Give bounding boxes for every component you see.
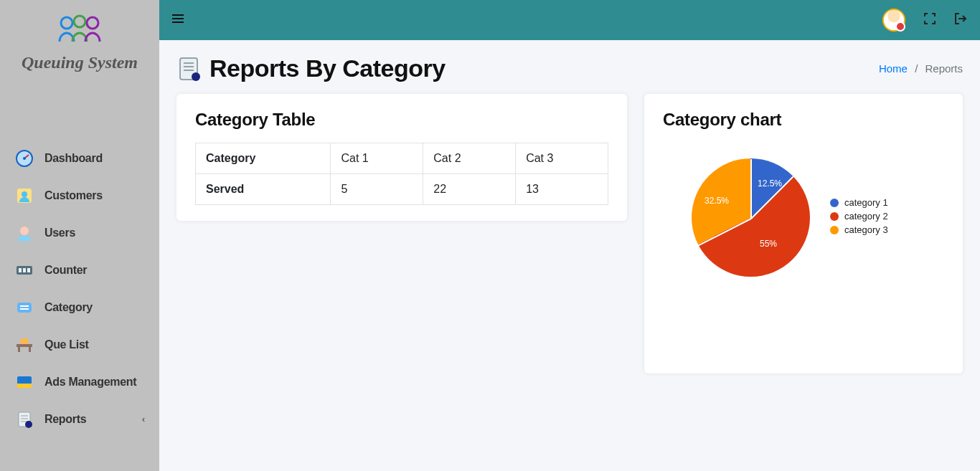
sidebar-item-label: Category bbox=[44, 301, 93, 314]
sidebar-nav: Dashboard Customers Users Counter Catego… bbox=[0, 140, 159, 438]
svg-point-6 bbox=[22, 191, 27, 197]
legend-swatch-icon bbox=[830, 226, 839, 234]
content-header: Reports By Category Home / Reports bbox=[176, 54, 963, 82]
sidebar-item-label: Ads Management bbox=[44, 376, 136, 389]
sidebar-item-label: Users bbox=[44, 227, 75, 239]
category-table: Category Cat 1 Cat 2 Cat 3 Served 5 22 1… bbox=[195, 143, 608, 205]
svg-point-7 bbox=[20, 227, 29, 235]
page-title-icon bbox=[176, 56, 202, 82]
table-cell: 5 bbox=[331, 174, 423, 205]
sidebar-item-label: Que List bbox=[44, 338, 89, 351]
counter-icon bbox=[14, 260, 34, 280]
sidebar-item-users[interactable]: Users bbox=[0, 214, 159, 252]
sidebar-item-counter[interactable]: Counter bbox=[0, 252, 159, 289]
svg-rect-16 bbox=[17, 344, 32, 347]
pie-slice-label: 32.5% bbox=[705, 196, 729, 206]
card-title: Category chart bbox=[663, 110, 944, 130]
table-cell: 22 bbox=[423, 174, 516, 205]
sidebar-item-label: Dashboard bbox=[44, 152, 103, 165]
user-avatar[interactable] bbox=[882, 9, 905, 32]
sidebar-item-category[interactable]: Category bbox=[0, 289, 159, 326]
reports-icon bbox=[14, 409, 34, 429]
users-icon bbox=[14, 223, 34, 243]
svg-rect-20 bbox=[17, 384, 32, 388]
svg-rect-10 bbox=[23, 268, 26, 272]
sidebar-item-label: Customers bbox=[44, 189, 103, 202]
sidebar-item-quelist[interactable]: Que List bbox=[0, 326, 159, 363]
legend-swatch-icon bbox=[830, 212, 839, 221]
card-title: Category Table bbox=[195, 110, 608, 130]
legend-label: category 1 bbox=[844, 197, 888, 208]
table-cell: 13 bbox=[516, 174, 608, 205]
category-chart-card: Category chart 12.5% 55% 32.5% bbox=[644, 94, 963, 374]
sidebar-item-label: Counter bbox=[44, 264, 87, 277]
svg-point-2 bbox=[87, 17, 98, 29]
breadcrumb-separator: / bbox=[915, 62, 918, 75]
sidebar-item-dashboard[interactable]: Dashboard bbox=[0, 140, 159, 177]
svg-rect-15 bbox=[21, 338, 28, 344]
svg-rect-18 bbox=[29, 347, 31, 352]
svg-point-0 bbox=[61, 17, 72, 29]
brand-logo-icon bbox=[54, 13, 105, 47]
svg-rect-17 bbox=[18, 347, 20, 352]
pie-slice-label: 55% bbox=[760, 239, 777, 249]
ads-icon bbox=[14, 372, 34, 392]
category-table-card: Category Table Category Cat 1 Cat 2 Cat … bbox=[176, 94, 627, 221]
category-icon bbox=[14, 298, 34, 318]
table-cell: Cat 1 bbox=[331, 143, 423, 174]
table-row: Served 5 22 13 bbox=[196, 174, 608, 205]
pie-slice-label: 12.5% bbox=[758, 179, 782, 189]
svg-point-25 bbox=[25, 421, 32, 428]
svg-rect-12 bbox=[17, 303, 32, 313]
sidebar: Queuing System Dashboard Customers Users… bbox=[0, 0, 159, 471]
dashboard-icon bbox=[14, 148, 34, 168]
table-cell: Cat 3 bbox=[516, 143, 608, 174]
table-cell: Cat 2 bbox=[423, 143, 516, 174]
table-header: Served bbox=[196, 174, 331, 205]
legend-label: category 3 bbox=[844, 224, 888, 235]
chart-legend: category 1 category 2 category 3 bbox=[830, 197, 888, 238]
legend-item: category 1 bbox=[830, 197, 888, 208]
table-header: Category bbox=[196, 143, 331, 174]
brand-name: Queuing System bbox=[0, 53, 159, 72]
svg-rect-11 bbox=[27, 268, 30, 272]
legend-item: category 2 bbox=[830, 211, 888, 222]
content: Reports By Category Home / Reports Categ… bbox=[159, 40, 980, 388]
table-row: Category Cat 1 Cat 2 Cat 3 bbox=[196, 143, 608, 174]
breadcrumb: Home / Reports bbox=[879, 62, 963, 75]
quelist-icon bbox=[14, 335, 34, 355]
svg-point-33 bbox=[192, 72, 200, 81]
page-title: Reports By Category bbox=[176, 54, 446, 82]
sidebar-item-ads[interactable]: Ads Management bbox=[0, 363, 159, 401]
breadcrumb-home[interactable]: Home bbox=[879, 62, 908, 75]
legend-swatch-icon bbox=[830, 199, 839, 207]
chevron-left-icon: ‹ bbox=[142, 414, 145, 424]
sidebar-item-reports[interactable]: Reports ‹ bbox=[0, 401, 159, 438]
svg-point-1 bbox=[74, 16, 85, 27]
main: Reports By Category Home / Reports Categ… bbox=[159, 0, 980, 471]
svg-rect-9 bbox=[19, 268, 22, 272]
customers-icon bbox=[14, 186, 34, 206]
legend-label: category 2 bbox=[844, 211, 888, 222]
sidebar-item-label: Reports bbox=[44, 413, 86, 426]
topbar bbox=[159, 0, 980, 40]
brand: Queuing System bbox=[0, 0, 159, 75]
fullscreen-icon[interactable] bbox=[924, 13, 936, 27]
menu-toggle-icon[interactable] bbox=[172, 14, 184, 27]
svg-point-4 bbox=[23, 157, 26, 160]
logout-icon[interactable] bbox=[954, 13, 967, 27]
sidebar-item-customers[interactable]: Customers bbox=[0, 177, 159, 214]
pie-chart: 12.5% 55% 32.5% category 1 category 2 bbox=[663, 158, 944, 277]
page-title-text: Reports By Category bbox=[209, 54, 446, 82]
legend-item: category 3 bbox=[830, 224, 888, 235]
breadcrumb-current: Reports bbox=[925, 62, 963, 75]
